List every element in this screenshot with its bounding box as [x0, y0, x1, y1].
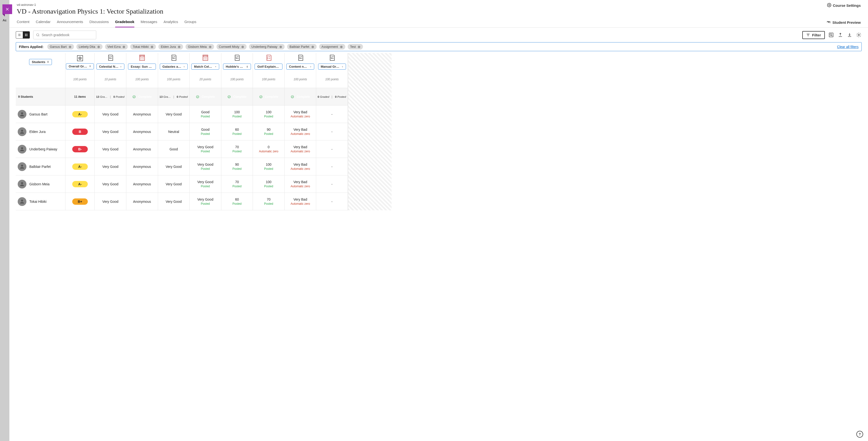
search-field[interactable] — [33, 31, 96, 39]
grade-cell[interactable]: 70Posted — [221, 175, 253, 193]
grade-cell[interactable]: 60Posted — [221, 193, 253, 210]
filter-chip[interactable]: Garsus Bart⊗ — [47, 44, 74, 50]
grade-cell[interactable]: Anonymous — [126, 175, 158, 193]
remove-chip-icon[interactable]: ⊗ — [279, 45, 282, 49]
overall-grade-pill[interactable]: A- — [72, 164, 88, 170]
grade-cell[interactable]: Very BadAutomatic zero — [285, 158, 316, 175]
students-column-header[interactable]: Students — [29, 59, 52, 65]
filter-chip[interactable]: Liebely Dita⊗ — [76, 44, 102, 50]
column-header[interactable]: Hubble's Law — [223, 64, 251, 69]
grade-cell[interactable]: - — [316, 106, 348, 123]
overall-grade-header[interactable]: Overall Grade — [66, 63, 94, 69]
grade-cell[interactable]: Very Good — [95, 106, 126, 123]
remove-chip-icon[interactable]: ⊗ — [358, 45, 361, 49]
remove-chip-icon[interactable]: ⊗ — [122, 45, 125, 49]
grid-settings-button[interactable] — [856, 32, 862, 38]
column-header[interactable]: Essay: Sun proximit… — [128, 64, 156, 69]
grade-cell[interactable]: Very BadAutomatic zero — [285, 175, 316, 193]
grade-cell[interactable]: 100Posted — [253, 158, 285, 175]
filter-chip[interactable]: Tokai Hibiki⊗ — [130, 44, 156, 50]
clear-all-filters-link[interactable]: Clear all filters — [837, 45, 859, 49]
tab-gradebook[interactable]: Gradebook — [115, 17, 134, 27]
list-view-button[interactable] — [16, 32, 23, 38]
remove-chip-icon[interactable]: ⊗ — [311, 45, 314, 49]
column-header[interactable]: Manual Grade A… — [318, 64, 346, 69]
filter-button[interactable]: Filter — [802, 31, 825, 39]
grade-cell[interactable]: Very Good — [158, 193, 190, 210]
overall-grade-pill[interactable]: B- — [72, 146, 88, 152]
grade-cell[interactable]: - — [316, 158, 348, 175]
grade-cell[interactable]: 60Posted — [221, 123, 253, 141]
grade-cell[interactable]: Very BadAutomatic zero — [285, 193, 316, 210]
remove-chip-icon[interactable]: ⊗ — [209, 45, 212, 49]
grade-cell[interactable]: Very Good — [95, 158, 126, 175]
grade-cell[interactable]: Very Good — [158, 175, 190, 193]
tab-discussions[interactable]: Discussions — [90, 17, 109, 27]
remove-chip-icon[interactable]: ⊗ — [69, 45, 71, 49]
table-row[interactable]: Gisborn MeiaA-Very GoodAnonymousVery Goo… — [16, 175, 348, 193]
filter-chip[interactable]: Vieil Ezra⊗ — [105, 44, 128, 50]
search-in-grid-button[interactable] — [828, 32, 834, 38]
overall-grade-pill[interactable]: A- — [72, 181, 88, 187]
grade-cell[interactable]: Very GoodPosted — [190, 193, 221, 210]
overall-grade-pill[interactable]: A- — [72, 111, 88, 117]
grade-cell[interactable]: GoodPosted — [190, 106, 221, 123]
grade-cell[interactable]: GoodPosted — [190, 123, 221, 141]
grade-cell[interactable]: 70Posted — [253, 193, 285, 210]
student-cell[interactable]: Balblair Parfet — [16, 162, 65, 171]
student-preview-button[interactable]: Student Preview — [827, 20, 861, 25]
grade-cell[interactable]: Very Good — [95, 141, 126, 158]
grade-cell[interactable]: 90Posted — [253, 123, 285, 141]
table-row[interactable]: Garsus BartA-Very GoodAnonymousVery Good… — [16, 106, 348, 123]
grade-cell[interactable]: Very Good — [95, 193, 126, 210]
grade-cell[interactable]: Neutral — [158, 123, 190, 141]
tab-content[interactable]: Content — [17, 17, 30, 27]
grade-cell[interactable]: Anonymous — [126, 123, 158, 141]
close-panel-button[interactable] — [2, 4, 12, 14]
grade-cell[interactable]: Very Good — [158, 158, 190, 175]
remove-chip-icon[interactable]: ⊗ — [340, 45, 343, 49]
grade-cell[interactable]: Very Good — [158, 106, 190, 123]
column-header[interactable]: Galaxies around… — [160, 64, 188, 69]
grade-cell[interactable]: 100Posted — [253, 175, 285, 193]
grade-cell[interactable]: Anonymous — [126, 193, 158, 210]
grade-cell[interactable]: 0Automatic zero — [253, 141, 285, 158]
table-row[interactable]: Balblair ParfetA-Very GoodAnonymousVery … — [16, 158, 348, 175]
table-row[interactable]: Elden JuraBVery GoodAnonymousNeutralGood… — [16, 123, 348, 141]
tab-calendar[interactable]: Calendar — [36, 17, 51, 27]
grade-cell[interactable]: Anonymous — [126, 158, 158, 175]
tab-announcements[interactable]: Announcements — [57, 17, 83, 27]
help-button[interactable]: ? — [856, 431, 863, 438]
filter-chip[interactable]: Balblair Parfet⊗ — [287, 44, 317, 50]
student-cell[interactable]: Underberg Paiway — [16, 145, 65, 153]
grade-cell[interactable]: Very GoodPosted — [190, 158, 221, 175]
grade-cell[interactable]: Very Good — [95, 123, 126, 141]
grid-view-button[interactable] — [23, 32, 30, 38]
remove-chip-icon[interactable]: ⊗ — [151, 45, 153, 49]
remove-chip-icon[interactable]: ⊗ — [97, 45, 100, 49]
grade-cell[interactable]: 90Posted — [221, 158, 253, 175]
download-button[interactable] — [847, 32, 852, 38]
student-cell[interactable]: Elden Jura — [16, 127, 65, 136]
table-row[interactable]: Underberg PaiwayB-Very GoodAnonymousGood… — [16, 141, 348, 158]
upload-button[interactable] — [837, 32, 843, 38]
filter-chip[interactable]: Gisborn Meia⊗ — [185, 44, 214, 50]
grade-cell[interactable]: Very GoodPosted — [190, 175, 221, 193]
filter-chip[interactable]: Cornwell Misty⊗ — [217, 44, 247, 50]
filter-chip[interactable]: Test⊗ — [348, 44, 363, 50]
grade-cell[interactable]: Anonymous — [126, 141, 158, 158]
remove-chip-icon[interactable]: ⊗ — [178, 45, 181, 49]
overall-grade-pill[interactable]: B — [72, 128, 88, 135]
grade-cell[interactable]: 100Posted — [221, 106, 253, 123]
column-header[interactable]: Golf Explained - Ru… — [255, 64, 282, 69]
table-row[interactable]: Tokai HibikiB+Very GoodAnonymousVery Goo… — [16, 193, 348, 210]
filter-chip[interactable]: Elden Jura⊗ — [158, 44, 183, 50]
column-header[interactable]: Content no in Gr… — [286, 64, 314, 69]
remove-chip-icon[interactable]: ⊗ — [241, 45, 244, 49]
course-settings-button[interactable]: Course Settings — [827, 3, 861, 8]
filter-chip[interactable]: Assignment⊗ — [319, 44, 345, 50]
grade-cell[interactable]: Anonymous — [126, 106, 158, 123]
grade-cell[interactable]: - — [316, 175, 348, 193]
student-cell[interactable]: Garsus Bart — [16, 110, 65, 119]
tab-groups[interactable]: Groups — [184, 17, 196, 27]
